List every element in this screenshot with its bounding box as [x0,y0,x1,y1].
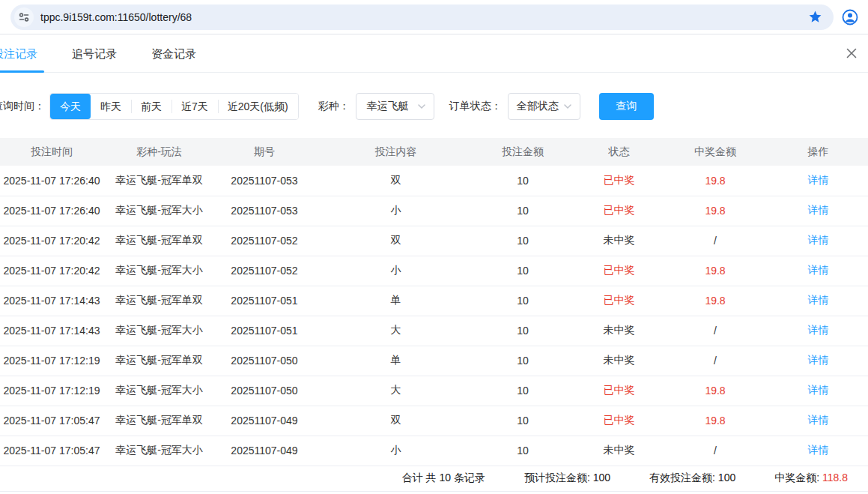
cell-issue-number: 20251107-053 [207,196,321,226]
time-option-2[interactable]: 前天 [131,94,172,119]
site-settings-icon[interactable] [14,7,34,27]
cell-bet-amount: 10 [470,226,575,256]
expected-bet-amount: 预计投注金额: 100 [524,472,610,485]
cell-status: 已中奖 [575,406,663,436]
cell-bet-content: 大 [321,376,470,406]
cell-issue-number: 20251107-051 [207,316,321,346]
cell-status: 已中奖 [575,166,663,196]
lottery-record-panel: 投注记录追号记录资金记录 查询时间： 今天昨天前天近7天近20天(低频) 彩种：… [0,34,868,492]
cell-status: 未中奖 [575,436,663,466]
cell-bet-time: 2025-11-07 17:20:42 [0,226,111,256]
cell-game-play: 幸运飞艇-冠军单双 [111,226,207,256]
close-icon[interactable] [843,45,860,61]
cell-game-play: 幸运飞艇-冠军大小 [111,436,207,466]
cell-game-play: 幸运飞艇-冠军大小 [111,376,207,406]
detail-link[interactable]: 详情 [808,264,829,276]
table-row: 2025-11-07 17:20:42幸运飞艇-冠军单双20251107-052… [0,226,868,256]
cell-bet-content: 双 [321,166,470,196]
cell-prize-amount: 19.8 [663,256,768,286]
cell-bet-content: 大 [321,316,470,346]
address-bar[interactable]: tppc.9i159t.com:11650/lottery/68 [10,4,834,30]
tab-bar: 投注记录追号记录资金记录 [0,34,868,73]
bookmark-star-icon[interactable] [807,9,823,25]
detail-link[interactable]: 详情 [808,384,829,396]
column-header-7: 操作 [768,138,868,166]
cell-bet-time: 2025-11-07 17:12:19 [0,376,111,406]
time-option-4[interactable]: 近20天(低频) [218,94,298,119]
time-filter-label: 查询时间： [0,100,45,113]
column-header-2: 期号 [207,138,321,166]
cell-issue-number: 20251107-050 [207,376,321,406]
cell-issue-number: 20251107-052 [207,256,321,286]
cell-action: 详情 [768,436,868,466]
cell-bet-content: 双 [321,226,470,256]
order-status-filter-label: 订单状态： [449,100,502,113]
detail-link[interactable]: 详情 [808,354,829,366]
cell-bet-amount: 10 [470,346,575,376]
tab-2[interactable]: 资金记录 [151,34,196,73]
cell-bet-amount: 10 [470,406,575,436]
cell-status: 未中奖 [575,346,663,376]
time-option-0[interactable]: 今天 [50,94,91,119]
tab-0[interactable]: 投注记录 [0,34,37,73]
tab-bar-tabs: 投注记录追号记录资金记录 [0,34,231,73]
detail-link[interactable]: 详情 [808,324,829,336]
cell-bet-amount: 10 [470,256,575,286]
table-row: 2025-11-07 17:26:40幸运飞艇-冠军大小20251107-053… [0,196,868,226]
lottery-select[interactable]: 幸运飞艇 [356,93,434,120]
time-option-1[interactable]: 昨天 [91,94,131,119]
column-header-5: 状态 [575,138,663,166]
cell-bet-time: 2025-11-07 17:14:43 [0,316,111,346]
table-body: 2025-11-07 17:26:40幸运飞艇-冠军单双20251107-053… [0,166,868,466]
cell-bet-time: 2025-11-07 17:05:47 [0,436,111,466]
column-header-6: 中奖金额 [663,138,768,166]
detail-link[interactable]: 详情 [808,444,829,456]
lottery-select-value: 幸运飞艇 [367,100,409,113]
cell-game-play: 幸运飞艇-冠军单双 [111,286,207,316]
table-row: 2025-11-07 17:14:43幸运飞艇-冠军大小20251107-051… [0,316,868,346]
cell-action: 详情 [768,316,868,346]
cell-action: 详情 [768,406,868,436]
bet-records-table: 投注时间彩种-玩法期号投注内容投注金额状态中奖金额操作 2025-11-07 1… [0,138,868,466]
cell-action: 详情 [768,166,868,196]
cell-bet-time: 2025-11-07 17:12:19 [0,346,111,376]
cell-game-play: 幸运飞艇-冠军单双 [111,346,207,376]
order-status-select[interactable]: 全部状态 [508,93,580,120]
cell-issue-number: 20251107-050 [207,346,321,376]
browser-profile-icon[interactable] [840,7,860,27]
column-header-0: 投注时间 [0,138,111,166]
detail-link[interactable]: 详情 [808,234,829,246]
cell-status: 已中奖 [575,376,663,406]
table-row: 2025-11-07 17:05:47幸运飞艇-冠军大小20251107-049… [0,436,868,466]
cell-action: 详情 [768,376,868,406]
table-header-row: 投注时间彩种-玩法期号投注内容投注金额状态中奖金额操作 [0,138,868,166]
cell-bet-time: 2025-11-07 17:14:43 [0,286,111,316]
detail-link[interactable]: 详情 [808,204,829,216]
time-range-group: 今天昨天前天近7天近20天(低频) [49,93,299,120]
cell-action: 详情 [768,196,868,226]
total-prize-amount: 中奖金额: 118.8 [774,472,848,485]
detail-link[interactable]: 详情 [808,414,829,426]
column-header-1: 彩种-玩法 [111,138,207,166]
cell-action: 详情 [768,256,868,286]
search-button[interactable]: 查询 [599,93,654,120]
detail-link[interactable]: 详情 [808,174,829,186]
url-text[interactable]: tppc.9i159t.com:11650/lottery/68 [40,11,807,23]
cell-game-play: 幸运飞艇-冠军大小 [111,196,207,226]
cell-game-play: 幸运飞艇-冠军大小 [111,256,207,286]
cell-prize-amount: 19.8 [663,376,768,406]
time-option-3[interactable]: 近7天 [172,94,218,119]
browser-toolbar: tppc.9i159t.com:11650/lottery/68 [0,0,868,34]
cell-bet-amount: 10 [470,316,575,346]
cell-prize-amount: 19.8 [663,196,768,226]
cell-prize-amount: 19.8 [663,406,768,436]
column-header-4: 投注金额 [470,138,575,166]
cell-prize-amount: 19.8 [663,166,768,196]
cell-bet-content: 小 [321,256,470,286]
detail-link[interactable]: 详情 [808,294,829,306]
cell-bet-content: 小 [321,436,470,466]
cell-status: 未中奖 [575,226,663,256]
cell-status: 已中奖 [575,286,663,316]
tab-1[interactable]: 追号记录 [72,34,117,73]
table-row: 2025-11-07 17:26:40幸运飞艇-冠军单双20251107-053… [0,166,868,196]
